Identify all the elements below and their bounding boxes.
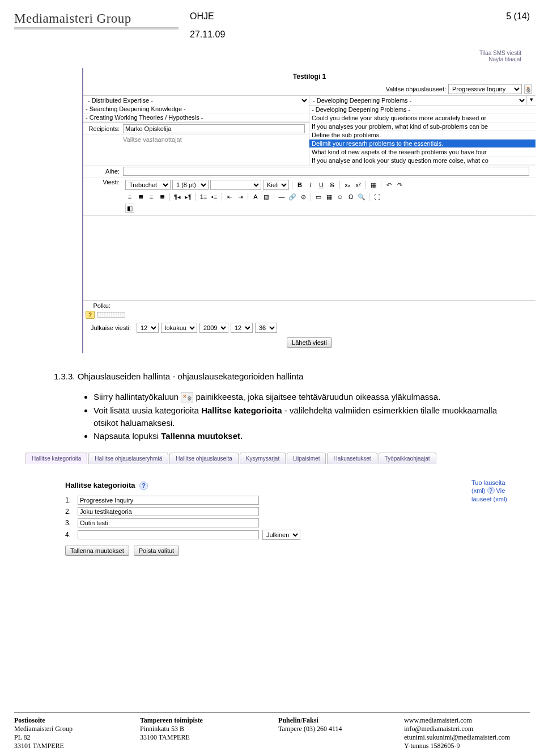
category-input-3[interactable] [78,518,259,527]
valitse-label: Valitse ohjauslauseet: [386,86,446,92]
tab-categories[interactable]: Hallitse kategorioita [26,453,87,464]
month-select[interactable]: lokakuu [161,323,197,333]
doc-date: 27.11.09 [190,29,484,40]
right-opt-selected[interactable]: Delimit your researh problems to the ess… [309,140,536,148]
aihe-input[interactable] [123,167,529,176]
footer-heading: Puhelin/Faksi [278,716,318,724]
day-select[interactable]: 12 [137,323,159,333]
textcolor-icon[interactable]: A [251,192,260,201]
redo-icon[interactable]: ↷ [395,180,404,189]
font-select[interactable]: Trebuchet [125,180,171,190]
section-heading: 1.3.3. Ohjauslauseiden hallinta - ohjaus… [54,370,502,383]
align-center-icon[interactable]: ≣ [136,192,145,201]
find-icon[interactable]: 🔍 [357,192,366,201]
right-opt[interactable]: Could you define your study questions mo… [309,114,536,123]
char-icon[interactable]: Ω [346,192,355,201]
link-sms[interactable]: Tilaa SMS viestit [479,50,521,56]
valitse-select[interactable]: Progressive Inquiry [448,84,522,94]
ul-icon[interactable]: •≡ [210,192,219,201]
strike-icon[interactable]: S [328,180,337,189]
bullet-item: Napsauta lopuksi Tallenna muutokset. [94,430,502,442]
undo-icon[interactable]: ↶ [384,180,393,189]
bold-icon[interactable]: B [295,180,304,189]
ol-icon[interactable]: 1≡ [199,192,208,201]
help-icon[interactable]: ? [86,311,95,319]
smiley-icon[interactable]: ☺ [335,192,345,201]
julkaise-label: Julkaise viesti: [86,324,134,331]
recipients-label: Recipients: [86,125,123,132]
superscript-icon[interactable]: x² [354,180,363,189]
import-export-links[interactable]: Tuo lauseita (xml) ? Vie lauseet (xml) [471,479,507,503]
visibility-select[interactable]: Julkinen [262,530,300,540]
viesti-label: Viesti: [86,179,123,185]
save-button[interactable]: Tallenna muutokset [65,546,129,556]
editor-area[interactable] [83,215,536,300]
category-input-1[interactable] [78,496,259,505]
fullscreen-icon[interactable]: ⛶ [372,192,381,201]
tab-sentences[interactable]: Hallitse ohjauslauseita [169,453,239,464]
tab-strip: Hallitse kategorioita Hallitse ohjauslau… [26,453,518,464]
align-left-icon[interactable]: ≡ [125,192,134,201]
align-justify-icon[interactable]: ≣ [158,192,167,201]
subscript-icon[interactable]: x₂ [343,180,352,189]
settings-icon[interactable] [524,85,532,93]
recipient-input[interactable] [123,124,305,133]
footer: Postiosoite Mediamaisteri Group PL 82 33… [14,712,530,750]
underline-icon[interactable]: U [317,180,326,189]
recipient-placeholder[interactable]: Valitse vastaanottajat [123,136,307,143]
size-select[interactable]: 1 (8 pt) [172,180,209,190]
italic-icon[interactable]: I [306,180,315,189]
right-opt[interactable]: If you analyses your problem, what kind … [309,123,536,131]
right-opt[interactable]: What kind of new aspets of the researh p… [309,148,536,157]
unlink-icon[interactable]: ⊘ [299,192,308,201]
ltr-icon[interactable]: ¶◂ [173,192,182,201]
polku-label: Polku: [86,302,114,309]
tab-question-sets[interactable]: Kysymysarjat [240,453,286,464]
delete-button[interactable]: Poista valitut [134,546,179,556]
link-show-subscribers[interactable]: Näytä tilaajat [479,56,521,62]
send-button[interactable]: Lähetä viesti [287,337,332,348]
logo-text: Mediamaisteri Group [14,11,131,26]
tab-triggers[interactable]: Liipaisimet [287,453,326,464]
chevron-down-icon[interactable]: ▾ [526,96,536,105]
hour-select[interactable]: 12 [231,323,253,333]
right-opt[interactable]: If you analyse and look your study quest… [309,157,536,165]
year-select[interactable]: 2009 [199,323,228,333]
category-input-4[interactable] [78,530,259,539]
right-opt[interactable]: Define the sub problems. [309,131,536,140]
aihe-label: Aihe: [86,168,123,175]
rtl-icon[interactable]: ▸¶ [184,192,193,201]
link-icon[interactable]: 🔗 [288,192,297,201]
right-opt[interactable]: - Developing Deepening Problems - [309,105,536,114]
lang-select[interactable]: Kieli [263,180,289,190]
tab-search-settings[interactable]: Hakuasetukset [327,453,377,464]
help-icon[interactable]: ? [139,482,148,490]
html-toggle-icon[interactable]: ◧ [125,204,134,213]
logo-underline [14,27,178,30]
app-panel: Tilaa SMS viestit Näytä tilaajat Testilo… [82,68,536,353]
left-list-select[interactable]: - Distributed Expertise - [83,96,309,105]
help-icon[interactable]: ? [487,487,495,494]
image-icon[interactable]: ▭ [314,192,323,201]
clean-icon[interactable]: ▦ [369,180,378,189]
right-header-select[interactable]: - Developing Deepening Problems - [309,96,526,105]
outdent-icon[interactable]: ⇤ [225,192,234,201]
align-right-icon[interactable]: ≡ [147,192,156,201]
settings-icon [181,392,193,403]
bullet-item: Siirry hallintatyökaluun painikkeesta, j… [94,391,502,403]
app-title: Testilogi 1 [83,70,536,83]
page-number: 5 (14) [484,11,530,22]
style-select[interactable] [210,180,261,190]
left-opt[interactable]: - Creating Working Theories / Hypothesis… [83,113,309,122]
table-icon[interactable]: ▦ [325,192,334,201]
categories-title: Hallitse kategorioita ? [65,481,496,490]
tab-workplace[interactable]: Työpaikkaohjaajat [379,453,436,464]
indent-icon[interactable]: ⇥ [236,192,245,201]
logo: Mediamaisteri Group [14,11,190,30]
tab-groups[interactable]: Hallitse ohjauslauseryhmiä [88,453,168,464]
bgcolor-icon[interactable]: ▧ [262,192,271,201]
left-opt[interactable]: - Searching Deepening Knowledge - [83,105,309,113]
minute-select[interactable]: 36 [255,323,277,333]
hr-icon[interactable]: — [277,192,286,201]
category-input-2[interactable] [78,507,259,516]
